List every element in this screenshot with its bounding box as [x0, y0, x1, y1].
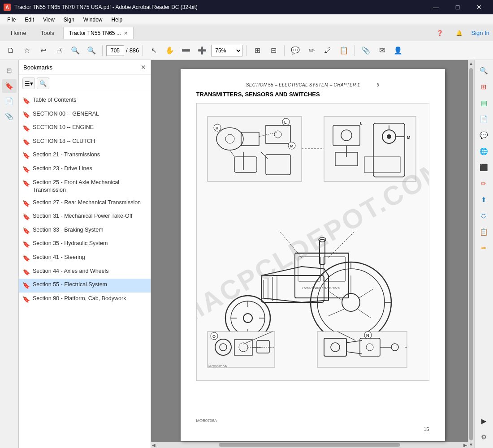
bookmark-item[interactable]: 🔖Section 27 - Rear Mechanical Transmissi… [19, 197, 151, 211]
help-button[interactable]: ❓ [433, 28, 447, 38]
print-button[interactable]: 🖨 [52, 43, 66, 58]
menu-sign[interactable]: Sign [60, 16, 78, 24]
svg-rect-78 [317, 332, 407, 367]
bk-search-btn[interactable]: 🔍 [37, 78, 49, 89]
svg-text:L: L [360, 121, 363, 125]
vertical-scrollbar[interactable]: ▲ ▼ [468, 60, 474, 448]
sidebar-attach-btn[interactable]: 📎 [2, 109, 17, 124]
pdf-scroll[interactable]: ▲ ▼ ◀ ▶ SECTION 55 – ELECTRICAL SYSTEM –… [151, 60, 474, 448]
menubar: File Edit View Sign Window Help [0, 14, 493, 25]
sidebar-bookmarks-btn[interactable]: 🔖 [2, 79, 17, 93]
rs-highlight-btn[interactable]: ✏ [477, 241, 491, 255]
pdf-page-num: 15 [424, 426, 429, 432]
rs-comment-btn[interactable]: 💬 [477, 128, 491, 142]
email-button[interactable]: ✉ [375, 43, 389, 58]
rs-panel-toggle-btn[interactable]: ▶ [477, 414, 491, 428]
rs-scan-btn[interactable]: ⊞ [477, 80, 491, 94]
bookmark-item[interactable]: 🔖Section 31 - Mechanical Power Take-Off [19, 210, 151, 224]
tab-home[interactable]: Home [4, 26, 34, 40]
tractor-illustration: K L M [203, 112, 423, 372]
stamp-button[interactable]: 📋 [337, 43, 351, 58]
rs-shield-btn[interactable]: 🛡 [477, 209, 491, 223]
rs-export-btn[interactable]: ⬛ [477, 160, 491, 175]
zoom-in-btn2[interactable]: ➕ [195, 43, 209, 58]
menu-file[interactable]: File [4, 16, 19, 24]
bookmark-label: SECTION 18 -- CLUTCH [33, 138, 95, 146]
tab-document[interactable]: Tractor TN55 TN65 ... ✕ [63, 27, 134, 39]
tab-doc-label: Tractor TN55 TN65 ... [69, 30, 121, 36]
scroll-right-btn[interactable]: ▶ [463, 443, 467, 448]
rs-enhance-btn[interactable]: ▤ [477, 96, 491, 110]
h-scroll-thumb[interactable] [219, 443, 401, 447]
rs-edit-btn[interactable]: ✏ [477, 177, 491, 191]
bookmark-item[interactable]: 🔖Section 23 - Drive Lines [19, 163, 151, 177]
scroll-thumb[interactable] [469, 68, 473, 440]
back-button[interactable]: ↩ [36, 43, 50, 58]
attach-button[interactable]: 📎 [359, 43, 373, 58]
bookmark-item[interactable]: 🔖SECTION 00 -- GENERAL [19, 108, 151, 122]
zoom-select[interactable]: 75% 50% 100% 125% 150% [211, 45, 242, 56]
view-options-button[interactable]: ⊞ [250, 43, 264, 58]
zoom-out-btn2[interactable]: ➖ [179, 43, 193, 58]
account-button[interactable]: 👤 [391, 43, 405, 58]
rs-search-btn[interactable]: 🔍 [477, 64, 491, 78]
bookmark-item[interactable]: 🔖SECTION 10 -- ENGINE [19, 121, 151, 135]
bookmark-icon: 🔖 [22, 240, 30, 249]
menu-view[interactable]: View [39, 16, 58, 24]
bookmark-label: Section 21 - Transmissions [33, 151, 100, 159]
new-button[interactable]: 🗋 [4, 43, 18, 58]
bookmark-item[interactable]: 🔖Section 25 - Front Axle Mechanical Tran… [19, 177, 151, 197]
bookmarks-close-btn[interactable]: ✕ [141, 64, 146, 71]
rs-tools-btn[interactable]: ⚙ [477, 430, 491, 444]
separator-5 [355, 45, 355, 56]
bookmark-item[interactable]: 🔖SECTION 18 -- CLUTCH [19, 135, 151, 149]
bookmark-item[interactable]: 🔖Section 21 - Transmissions [19, 149, 151, 163]
highlight-button[interactable]: 🖊 [320, 43, 335, 58]
bookmark-item[interactable]: 🔖Section 90 - Platform, Cab, Bodywork [19, 293, 151, 306]
zoom-out-button[interactable]: 🔍 [68, 43, 82, 58]
main-content: ⊟ 🔖 📄 📎 Bookmarks ✕ ☰▾ 🔍 🔖Table of Conte… [0, 60, 493, 448]
tractor-main: TN55/TN65/TN70/TN75 [212, 186, 414, 347]
close-button[interactable]: ✕ [469, 0, 489, 14]
menu-edit[interactable]: Edit [21, 16, 38, 24]
bookmark-item[interactable]: 🔖Section 33 - Braking System [19, 224, 151, 238]
bookmark-star-button[interactable]: ☆ [20, 43, 34, 58]
zoom-in-button[interactable]: 🔍 [84, 43, 99, 58]
tab-close-button[interactable]: ✕ [124, 30, 128, 36]
comment-button[interactable]: 💬 [288, 43, 303, 58]
cursor-tool[interactable]: ↖ [147, 43, 161, 58]
horizontal-scrollbar[interactable]: ◀ ▶ [151, 442, 468, 448]
sidebar-overview-btn[interactable]: ⊟ [2, 64, 17, 78]
scroll-left-btn[interactable]: ◀ [152, 443, 156, 448]
page-number-input[interactable] [106, 45, 124, 56]
rs-pdf-btn[interactable]: 📄 [477, 112, 491, 126]
tab-tools[interactable]: Tools [34, 26, 61, 40]
signin-button[interactable]: Sign In [471, 30, 489, 36]
separator-3 [246, 45, 246, 56]
bookmark-item[interactable]: 🔖Section 35 - Hydraulic System [19, 237, 151, 251]
bookmark-label: Section 41 - Steering [33, 254, 85, 262]
hand-tool[interactable]: ✋ [163, 43, 177, 58]
bookmark-item[interactable]: 🔖Section 55 - Electrical System [19, 279, 151, 293]
menu-window[interactable]: Window [80, 16, 106, 24]
bookmark-item[interactable]: 🔖Table of Contents [19, 94, 151, 108]
rs-acrobat-btn[interactable]: 📋 [477, 225, 491, 239]
maximize-button[interactable]: □ [447, 0, 468, 14]
scroll-down-btn[interactable]: ▼ [468, 441, 474, 448]
svg-text:O: O [212, 334, 216, 339]
rs-translate-btn[interactable]: 🌐 [477, 144, 491, 159]
bk-list-view-btn[interactable]: ☰▾ [22, 78, 35, 89]
minimize-button[interactable]: — [426, 0, 446, 14]
rs-share-btn[interactable]: ⬆ [477, 193, 491, 207]
page-navigation: / 886 [106, 45, 139, 56]
bookmark-item[interactable]: 🔖Section 44 - Axles and Wheels [19, 265, 151, 279]
menu-help[interactable]: Help [108, 16, 126, 24]
pencil-button[interactable]: ✏ [304, 43, 319, 58]
bookmark-label: Section 55 - Electrical System [33, 281, 107, 289]
sidebar-pages-btn[interactable]: 📄 [2, 94, 17, 108]
bookmark-item[interactable]: 🔖Section 41 - Steering [19, 251, 151, 265]
bookmark-icon: 🔖 [22, 165, 30, 174]
notifications-button[interactable]: 🔔 [452, 28, 466, 38]
spread-button[interactable]: ⊟ [266, 43, 281, 58]
scroll-up-btn[interactable]: ▲ [468, 60, 474, 67]
